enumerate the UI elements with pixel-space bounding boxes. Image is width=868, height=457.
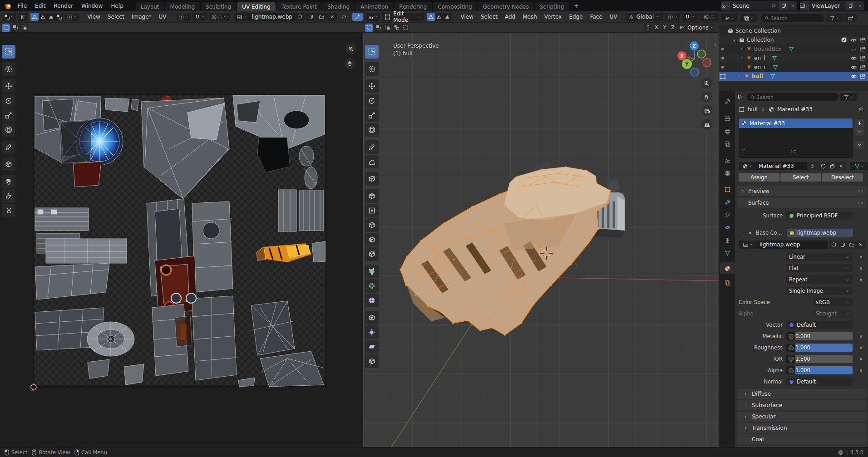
tool-add-cube[interactable] [365, 172, 379, 186]
coat-panel-header[interactable]: Coat [737, 434, 867, 444]
uv-tool-relax[interactable] [2, 189, 15, 203]
uv-tool-transform[interactable] [2, 123, 15, 137]
deselect-button[interactable]: Deselect [822, 173, 863, 182]
image-open-button[interactable] [847, 241, 856, 249]
tab-render[interactable] [720, 113, 735, 124]
image-unlink-button[interactable] [856, 241, 865, 249]
tool-measure[interactable] [365, 155, 379, 168]
uv-image-browse-button[interactable] [234, 13, 249, 21]
material-nodes-filter-button[interactable] [850, 162, 868, 170]
uv-tool-pinch[interactable] [2, 204, 15, 217]
expand-icon[interactable] [740, 231, 745, 236]
tab-modifiers[interactable] [720, 196, 735, 208]
collection-checkbox[interactable] [841, 37, 847, 43]
en-l-label[interactable]: en_l [754, 55, 765, 61]
scene-selector[interactable]: Scene [721, 1, 797, 10]
material-slot-list[interactable]: Material #33 [739, 118, 853, 158]
tool-inset-faces[interactable] [365, 204, 379, 217]
tab-particles[interactable] [720, 209, 735, 221]
outliner-search[interactable] [761, 14, 824, 22]
menu-render[interactable]: Render [49, 0, 77, 11]
vector-field[interactable]: Default [786, 321, 853, 329]
properties-search-input[interactable] [755, 94, 830, 101]
properties-filter-button[interactable] [840, 93, 857, 101]
expand-icon[interactable] [732, 38, 737, 43]
tab-geometry-nodes[interactable]: Geometry Nodes [478, 2, 534, 11]
material-unlink-button[interactable] [837, 162, 846, 170]
decorator-dot[interactable] [749, 232, 751, 234]
color-space-dropdown[interactable]: sRGB [813, 298, 853, 306]
uv-image-unlink-button[interactable] [327, 13, 337, 21]
uv-tool-rip-region[interactable] [2, 157, 15, 171]
pivot-point-button[interactable] [665, 13, 680, 21]
image-name-field[interactable]: lightmap.webp [757, 241, 828, 249]
alpha-mode-dropdown[interactable]: Straight [813, 310, 853, 318]
tool-edge-slide[interactable] [365, 311, 379, 324]
boundbox-label[interactable]: BoundBox [754, 46, 782, 52]
scene-copy-button[interactable] [779, 1, 788, 10]
panel-grip-icon[interactable] [857, 199, 864, 206]
vp-menu-face[interactable]: Face [587, 14, 606, 20]
uv-tool-move[interactable] [2, 79, 15, 93]
tool-extrude-region[interactable] [365, 189, 379, 203]
render-visibility-icon[interactable] [859, 37, 866, 44]
decorator-dot[interactable] [860, 335, 862, 338]
collapse-region-icon[interactable] [713, 43, 718, 48]
breadcrumb-object[interactable]: hull [748, 106, 758, 113]
uv-select-island-button[interactable] [55, 13, 63, 21]
scene-unlink-button[interactable] [788, 1, 797, 10]
tool-shear[interactable] [365, 340, 379, 354]
vp-select-mode-intersect-button[interactable] [401, 24, 409, 32]
menu-edit[interactable]: Edit [31, 0, 49, 11]
viewport-zoom-button[interactable] [701, 78, 712, 89]
vp-select-mode-new-button[interactable] [365, 24, 373, 32]
image-copy-button[interactable] [838, 241, 847, 249]
properties-search[interactable] [747, 93, 838, 101]
vp-select-mode-subtract-button[interactable] [383, 24, 391, 32]
tab-uv-editing[interactable]: UV Editing [237, 2, 276, 11]
decorator-dot[interactable] [860, 279, 862, 281]
expand-icon[interactable] [737, 74, 742, 79]
uv-zoom-button[interactable] [345, 44, 356, 54]
menu-file[interactable]: File [14, 0, 31, 11]
preview-panel-header[interactable]: Preview [737, 186, 867, 196]
tool-cursor[interactable] [365, 62, 379, 76]
tab-output[interactable] [720, 125, 735, 137]
network-globe-icon[interactable] [838, 449, 844, 456]
tab-view-layer[interactable] [720, 138, 735, 150]
diffuse-panel-header[interactable]: Diffuse [737, 389, 867, 399]
uv-image-open-button[interactable] [316, 13, 326, 21]
uv-select-mode-subtract-button[interactable] [20, 24, 28, 32]
tool-rip-region[interactable] [365, 354, 379, 368]
tool-rotate[interactable] [365, 94, 379, 108]
extension-dropdown[interactable]: Repeat [786, 275, 853, 284]
uv-sticky-mode-button[interactable] [65, 13, 79, 21]
tool-poly-build[interactable] [365, 265, 379, 278]
viewlayer-browse-icon[interactable] [800, 1, 809, 10]
tool-bevel[interactable] [365, 218, 379, 232]
material-copy-button[interactable] [828, 162, 837, 170]
outliner-row-en-r[interactable]: en_r [719, 63, 868, 72]
hide-eye-icon[interactable] [850, 64, 857, 71]
decorator-dot[interactable] [860, 256, 862, 258]
assign-button[interactable]: Assign [739, 173, 779, 182]
uv-select-edge-button[interactable] [39, 13, 47, 21]
uv-tool-cursor[interactable] [2, 62, 15, 76]
tab-layout[interactable]: Layout [136, 2, 164, 11]
image-browse-button[interactable] [739, 241, 757, 249]
transmission-panel-header[interactable]: Transmission [737, 423, 867, 433]
vp-menu-mesh[interactable]: Mesh [519, 14, 541, 20]
render-visibility-icon[interactable] [859, 55, 866, 62]
select-button[interactable]: Select [780, 173, 821, 182]
uv-pan-button[interactable] [345, 58, 355, 69]
tool-move[interactable] [365, 79, 379, 93]
scene-name[interactable]: Scene [730, 3, 771, 9]
menu-window[interactable]: Window [77, 0, 107, 11]
breadcrumb-material[interactable]: Material #33 [777, 106, 813, 113]
alpha-slider[interactable]: 1.000 [795, 366, 853, 374]
viewlayer-selector[interactable]: ViewLayer [800, 1, 864, 10]
menu-help[interactable]: Help [107, 0, 127, 11]
render-visibility-icon[interactable] [859, 73, 866, 80]
outliner-display-mode-button[interactable] [721, 14, 738, 22]
vp-menu-uv[interactable]: UV [606, 14, 621, 20]
